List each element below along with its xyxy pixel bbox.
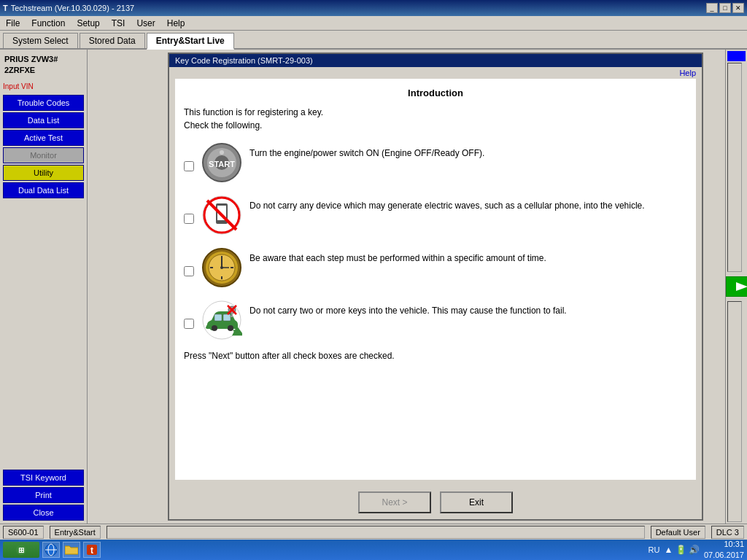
checkbox-3[interactable] <box>184 266 194 276</box>
menu-setup[interactable]: Setup <box>74 17 102 30</box>
check-row-1: START Turn the engine/power switch ON (E… <box>184 141 687 184</box>
menu-bar: File Function Setup TSI User Help <box>0 16 747 31</box>
svg-point-24 <box>228 325 233 331</box>
right-scroll-area-1[interactable] <box>727 63 742 272</box>
next-button[interactable]: Next > <box>358 491 431 513</box>
dual-data-list-button[interactable]: Dual Data List <box>3 182 84 198</box>
maximize-button[interactable]: □ <box>719 3 731 13</box>
dialog-content: Introduction This function is for regist… <box>175 79 696 480</box>
utility-button[interactable]: Utility <box>3 165 84 181</box>
dialog-title-text: Key Code Registration (SMRT-29-003) <box>175 56 313 65</box>
svg-rect-22 <box>223 314 231 321</box>
app-title: Techstream (Ver.10.30.029) - 2137 <box>11 4 134 12</box>
clock-icon <box>200 246 244 289</box>
check-row-2: Do not carry any device which may genera… <box>184 193 687 237</box>
svg-point-19 <box>220 266 223 269</box>
taskbar-folder-icon[interactable] <box>63 542 80 558</box>
close-button[interactable]: Close <box>3 505 84 521</box>
tab-entry-start-live[interactable]: Entry&Start Live <box>147 33 234 50</box>
check-row-3: Be aware that each step must be performe… <box>184 246 687 289</box>
menu-help[interactable]: Help <box>164 17 188 30</box>
no-keys-car-icon <box>200 298 244 342</box>
app-icon: T <box>3 4 8 12</box>
svg-rect-28 <box>230 316 231 317</box>
svg-marker-31 <box>736 282 747 291</box>
svg-text:START: START <box>209 160 235 168</box>
engine-start-icon: START <box>200 141 244 184</box>
footer-text: Press "Next" button after all check boxe… <box>184 351 687 361</box>
data-list-button[interactable]: Data List <box>3 112 84 128</box>
no-phone-icon <box>200 193 244 237</box>
exit-button[interactable]: Exit <box>440 491 513 513</box>
key-code-registration-dialog: Key Code Registration (SMRT-29-003) Help… <box>168 52 703 521</box>
minimize-button[interactable]: _ <box>706 3 718 13</box>
monitor-button: Monitor <box>3 147 84 163</box>
content-area: Key Code Registration (SMRT-29-003) Help… <box>88 50 725 524</box>
taskbar-icons: ▲ 🔋 🔊 <box>664 545 700 555</box>
checkbox-4[interactable] <box>184 319 194 329</box>
menu-user[interactable]: User <box>133 17 158 30</box>
svg-rect-21 <box>214 314 222 321</box>
svg-rect-27 <box>231 313 233 317</box>
checkbox-2[interactable] <box>184 214 194 224</box>
sidebar: PRIUS ZVW3#2ZRFXE Input VIN Trouble Code… <box>0 50 88 524</box>
check-text-1: Turn the engine/power switch ON (Engine … <box>249 141 484 160</box>
main-area: PRIUS ZVW3#2ZRFXE Input VIN Trouble Code… <box>0 50 747 524</box>
close-button[interactable]: ✕ <box>732 3 744 13</box>
tab-bar: System Select Stored Data Entry&Start Li… <box>0 31 747 50</box>
check-text-2: Do not carry any device which may genera… <box>249 193 645 212</box>
svg-text:t: t <box>90 545 93 556</box>
status-bar: S600-01 Entry&Start Default User DLC 3 <box>0 524 747 540</box>
vehicle-info: PRIUS ZVW3#2ZRFXE <box>3 52 84 78</box>
dialog-title-bar: Key Code Registration (SMRT-29-003) <box>169 54 702 67</box>
trouble-codes-button[interactable]: Trouble Codes <box>3 95 84 111</box>
menu-function[interactable]: Function <box>28 17 68 30</box>
dialog-content-title: Introduction <box>184 88 687 98</box>
menu-file[interactable]: File <box>3 17 23 30</box>
check-text-4: Do not carry two or more keys into the v… <box>249 298 567 317</box>
right-scroll-area-2[interactable] <box>727 301 742 522</box>
active-test-button[interactable]: Active Test <box>3 130 84 146</box>
checkbox-1[interactable] <box>184 161 194 171</box>
check-text-3: Be aware that each step must be performe… <box>249 246 546 265</box>
svg-point-4 <box>220 150 224 155</box>
sidebar-bottom: TSI Keyword Print Close <box>3 470 84 521</box>
intro-text: This function is for registering a key. … <box>184 106 687 132</box>
taskbar: ⊞ t RU ▲ 🔋 🔊 10:31 07.06.2017 <box>0 540 747 560</box>
start-button[interactable]: ⊞ <box>3 542 39 558</box>
svg-point-23 <box>212 325 217 331</box>
menu-tsi[interactable]: TSI <box>109 17 128 30</box>
status-mode: Entry&Start <box>50 526 101 539</box>
right-indicator <box>727 51 746 61</box>
print-button[interactable]: Print <box>3 487 84 503</box>
title-bar-left: T Techstream (Ver.10.30.029) - 2137 <box>3 4 134 12</box>
status-code: S600-01 <box>3 526 44 539</box>
status-empty <box>107 526 645 539</box>
window-controls[interactable]: _ □ ✕ <box>706 3 744 13</box>
taskbar-clock: 10:31 07.06.2017 <box>704 539 744 560</box>
svg-text:⊞: ⊞ <box>18 546 24 554</box>
input-vin-label: Input VIN <box>3 82 84 90</box>
check-row-4: Do not carry two or more keys into the v… <box>184 298 687 342</box>
right-panel <box>725 50 747 524</box>
dialog-help-button[interactable]: Help <box>169 67 702 79</box>
status-dlc: DLC 3 <box>711 526 744 539</box>
taskbar-app-icon[interactable]: t <box>83 542 101 558</box>
right-arrow-button[interactable] <box>726 276 747 297</box>
taskbar-lang: RU <box>649 545 660 554</box>
status-user: Default User <box>651 526 705 539</box>
taskbar-right: RU ▲ 🔋 🔊 10:31 07.06.2017 <box>649 539 745 560</box>
title-bar: T Techstream (Ver.10.30.029) - 2137 _ □ … <box>0 0 747 16</box>
tsi-keyword-button[interactable]: TSI Keyword <box>3 470 84 486</box>
tab-system-select[interactable]: System Select <box>3 33 78 48</box>
dialog-buttons: Next > Exit <box>169 486 702 519</box>
tab-stored-data[interactable]: Stored Data <box>80 33 145 48</box>
taskbar-ie-icon[interactable] <box>42 542 60 558</box>
